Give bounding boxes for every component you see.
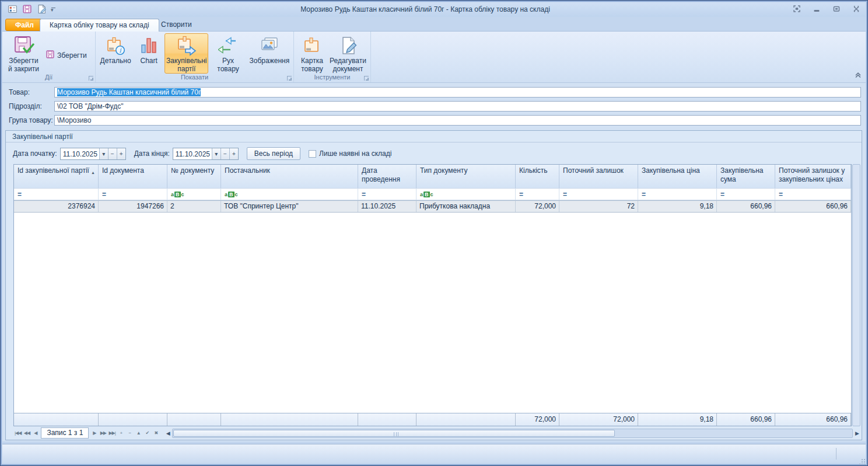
tab-file[interactable]: Файл: [5, 19, 44, 31]
fullscreen-icon[interactable]: [792, 5, 802, 13]
department-input[interactable]: \02 ТОВ "Дрім-Фудс": [54, 101, 861, 112]
filter-cell-8[interactable]: =: [559, 189, 638, 200]
increment-icon[interactable]: +: [229, 148, 238, 159]
column-header-4[interactable]: Постачальник: [221, 165, 358, 188]
grid-cell[interactable]: Прибуткова накладна: [416, 201, 516, 212]
dropdown-icon[interactable]: ▾: [99, 148, 108, 159]
images-icon: [260, 35, 279, 56]
column-header-1[interactable]: Id закупівельної партії▲: [14, 165, 99, 188]
filter-cell-12[interactable]: =: [851, 189, 852, 200]
images-button[interactable]: Зображення: [248, 33, 291, 65]
column-header-8[interactable]: Поточний залишок: [559, 165, 638, 188]
increment-icon[interactable]: +: [117, 148, 125, 159]
edit-document-icon[interactable]: [36, 4, 47, 14]
dialog-launcher-icon[interactable]: [364, 76, 369, 81]
scroll-right-icon[interactable]: ▶: [855, 430, 860, 436]
details-button[interactable]: i Детально: [98, 33, 133, 65]
save-button[interactable]: Зберегти: [43, 48, 90, 62]
qat-customize-icon[interactable]: ▾: [51, 5, 57, 13]
filter-cell-11[interactable]: =: [775, 189, 851, 200]
decrement-icon[interactable]: −: [108, 148, 117, 159]
goods-movement-button[interactable]: Рух товару: [208, 33, 247, 74]
resize-grip-icon[interactable]: [862, 459, 863, 460]
grid-cell[interactable]: 72,000: [516, 201, 559, 212]
grid-cell[interactable]: 1947266: [99, 201, 167, 212]
only-in-stock-checkbox[interactable]: [309, 150, 316, 158]
nav-cancel-icon[interactable]: ✖: [152, 429, 160, 438]
minimize-icon[interactable]: [812, 5, 821, 13]
filter-cell-2[interactable]: =: [99, 189, 167, 200]
scrollbar-thumb[interactable]: [173, 430, 615, 437]
decrement-icon[interactable]: −: [220, 148, 229, 159]
table-row[interactable]: 237692419472662ТОВ "Спринтер Центр"11.10…: [14, 200, 851, 213]
edit-document-button[interactable]: Редагувати документ: [328, 33, 368, 74]
grid-cell[interactable]: 660,96: [717, 201, 775, 212]
tasks-icon[interactable]: [7, 4, 18, 14]
save-close-button[interactable]: Зберегти й закрити: [5, 33, 43, 74]
column-header-9[interactable]: Закупівельна ціна: [638, 165, 717, 188]
nav-last-icon[interactable]: ▶▶|: [107, 429, 116, 438]
date-start-label: Дата початку:: [13, 149, 57, 158]
department-label: Підрозділ:: [9, 102, 54, 110]
filter-cell-6[interactable]: aBc: [416, 189, 516, 200]
restore-icon[interactable]: [832, 5, 841, 13]
tab-product-card[interactable]: Картка обліку товару на складі: [40, 19, 159, 32]
nav-post-icon[interactable]: ✔: [143, 429, 152, 438]
column-header-10[interactable]: Закупівельна сума: [717, 165, 775, 188]
dropdown-icon[interactable]: ▾: [212, 148, 220, 159]
collapse-ribbon-icon[interactable]: [854, 71, 862, 80]
nav-next-page-icon[interactable]: ▶▶: [99, 429, 107, 438]
grid-cell[interactable]: ТОВ "Спринтер Центр": [221, 201, 358, 212]
column-header-2[interactable]: Id документа: [99, 165, 167, 188]
column-header-5[interactable]: Дата проведення: [358, 165, 416, 188]
column-header-6[interactable]: Тип документу: [416, 165, 516, 188]
filter-cell-5[interactable]: =: [358, 189, 416, 200]
date-start-value[interactable]: 11.10.2025: [61, 148, 99, 159]
nav-delete-icon[interactable]: −: [125, 429, 134, 438]
filter-equals-icon: =: [779, 190, 783, 199]
ribbon-group-show: i Детально Chart Закупівельні партії: [96, 32, 294, 82]
column-header-7[interactable]: Кількість: [516, 165, 559, 188]
grid-cell[interactable]: 2376924: [14, 201, 99, 212]
date-start-editor[interactable]: 11.10.2025 ▾ − +: [60, 148, 126, 160]
grid-filter-row: ==aBcaBc=aBc======: [14, 188, 851, 200]
save-icon[interactable]: [22, 4, 32, 14]
product-label: Товар:: [9, 88, 54, 96]
vertical-scrollbar[interactable]: [852, 164, 860, 426]
horizontal-scrollbar[interactable]: [172, 429, 853, 438]
grid-cell[interactable]: 11.10.2025: [358, 201, 416, 212]
column-header-3[interactable]: № документу: [167, 165, 221, 188]
grid-cell[interactable]: 660,96: [775, 201, 851, 212]
scroll-left-icon[interactable]: ◀: [166, 430, 170, 436]
grid-cell[interactable]: 72: [559, 201, 638, 212]
filter-cell-7[interactable]: =: [516, 189, 559, 200]
date-end-editor[interactable]: 11.10.2025 ▾ − +: [173, 148, 239, 160]
whole-period-button[interactable]: Весь період: [247, 147, 300, 160]
nav-next-icon[interactable]: ▶: [90, 429, 99, 438]
dialog-launcher-icon[interactable]: [89, 76, 93, 81]
column-header-12[interactable]: Ц: [851, 165, 852, 188]
filter-cell-9[interactable]: =: [638, 189, 717, 200]
nav-edit-icon[interactable]: ▲: [134, 429, 143, 438]
purchase-batches-button[interactable]: Закупівельні партії: [164, 33, 208, 74]
grid-cell[interactable]: 2: [167, 201, 221, 212]
filter-cell-3[interactable]: aBc: [167, 189, 221, 200]
grid-cell[interactable]: [851, 201, 852, 212]
filter-cell-10[interactable]: =: [717, 189, 775, 200]
filter-cell-1[interactable]: =: [14, 189, 99, 200]
close-icon[interactable]: [852, 5, 861, 13]
filter-cell-4[interactable]: aBc: [221, 189, 358, 200]
grid-cell[interactable]: 9,18: [638, 201, 717, 212]
product-card-button[interactable]: Картка товару: [296, 33, 328, 74]
product-input[interactable]: Морозиво Рудь Каштан класичний білий 70г: [54, 87, 861, 98]
dialog-launcher-icon[interactable]: [287, 76, 292, 81]
nav-insert-icon[interactable]: +: [117, 429, 125, 438]
date-end-value[interactable]: 11.10.2025: [173, 148, 212, 159]
column-header-11[interactable]: Поточний залишок у закупівельних цінах: [775, 165, 851, 188]
chart-button[interactable]: Chart: [133, 33, 164, 65]
product-group-input[interactable]: \Морозиво: [54, 115, 861, 126]
nav-prev-page-icon[interactable]: ◀◀: [22, 429, 31, 438]
tab-create[interactable]: Створити: [152, 19, 201, 32]
nav-prev-icon[interactable]: ◀: [31, 429, 40, 438]
nav-first-icon[interactable]: |◀◀: [13, 429, 22, 438]
